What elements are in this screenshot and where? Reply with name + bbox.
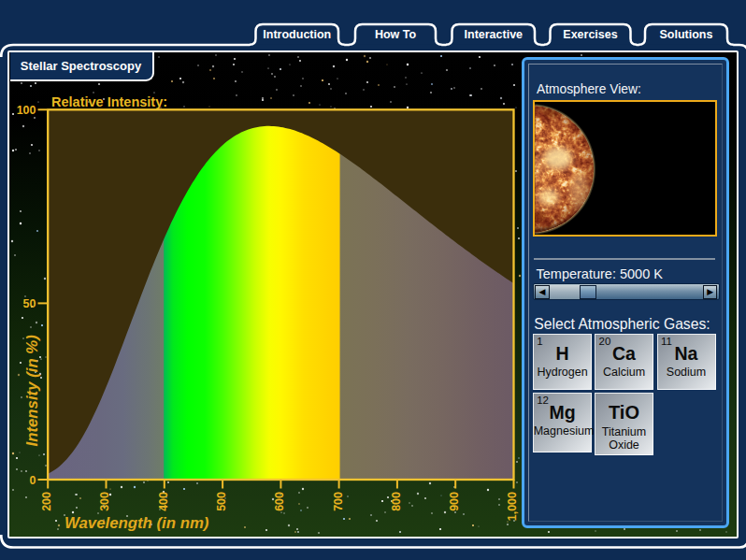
svg-text:Exercises: Exercises xyxy=(563,28,617,41)
svg-text:How To: How To xyxy=(375,28,417,41)
svg-text:Interactive: Interactive xyxy=(465,28,524,41)
svg-text:Introduction: Introduction xyxy=(263,28,331,41)
svg-text:Solutions: Solutions xyxy=(660,28,713,41)
